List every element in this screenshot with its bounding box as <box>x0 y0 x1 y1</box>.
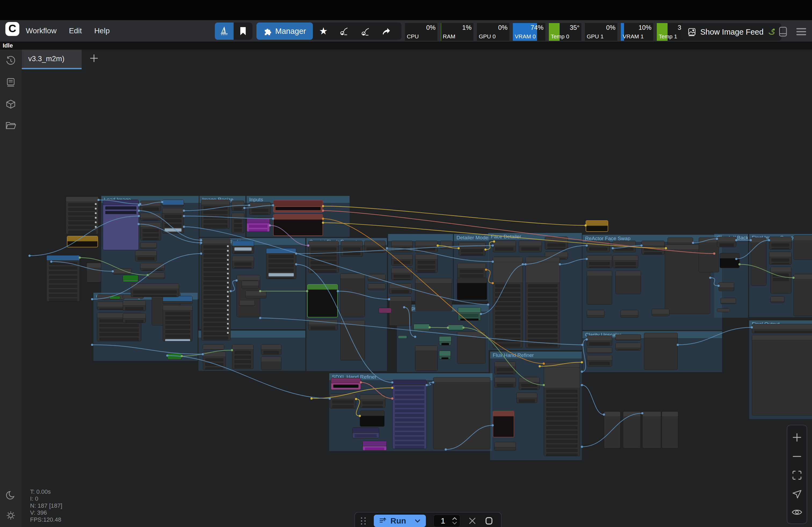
graph-node[interactable] <box>587 255 612 268</box>
graph-node[interactable] <box>239 300 255 306</box>
graph-node[interactable] <box>308 320 338 330</box>
graph-node[interactable] <box>113 268 132 274</box>
graph-node[interactable] <box>448 325 463 331</box>
graph-node[interactable] <box>769 237 792 250</box>
graph-node[interactable] <box>86 263 101 282</box>
graph-node[interactable] <box>525 257 560 348</box>
graph-node[interactable] <box>615 271 641 294</box>
settings-gear-icon[interactable] <box>5 510 16 521</box>
graph-node[interactable] <box>232 256 254 269</box>
graph-node[interactable] <box>459 242 485 256</box>
graph-node[interactable] <box>203 351 226 370</box>
graph-node[interactable] <box>415 346 438 371</box>
graph-node[interactable] <box>352 427 379 438</box>
workflows-folder-icon[interactable] <box>5 120 16 130</box>
graph-node[interactable] <box>769 252 792 265</box>
graph-node[interactable] <box>232 241 254 254</box>
graph-node[interactable] <box>604 411 621 448</box>
graph-node[interactable] <box>794 235 812 260</box>
graph-node[interactable] <box>242 281 259 289</box>
graph-node[interactable] <box>389 296 412 326</box>
graph-node[interactable] <box>770 267 791 293</box>
graph-node[interactable] <box>751 238 766 286</box>
graph-node[interactable] <box>273 214 323 236</box>
graph-node[interactable] <box>587 310 605 318</box>
graph-node[interactable] <box>66 196 99 234</box>
graph-node[interactable] <box>163 296 192 304</box>
graph-node[interactable] <box>364 241 386 253</box>
graph-node[interactable] <box>719 282 734 291</box>
graph-node[interactable] <box>46 255 80 302</box>
graph-node[interactable] <box>340 320 365 360</box>
graph-node[interactable] <box>368 283 386 290</box>
graph-node[interactable] <box>587 335 612 346</box>
graph-node[interactable] <box>140 222 161 240</box>
graph-node[interactable] <box>770 296 784 303</box>
graph-node[interactable] <box>331 378 361 390</box>
graph-node[interactable] <box>457 331 485 364</box>
bottom-panel-toggle[interactable] <box>777 26 789 37</box>
graph-node[interactable] <box>414 324 430 331</box>
graph-node[interactable] <box>140 263 164 271</box>
graph-node[interactable] <box>493 241 516 252</box>
graph-node[interactable] <box>615 334 641 341</box>
graph-node[interactable] <box>642 411 661 448</box>
graph-node[interactable] <box>360 394 385 408</box>
graph-node[interactable] <box>794 274 812 316</box>
graph-node[interactable] <box>389 283 412 294</box>
graph-node[interactable] <box>621 310 638 318</box>
graph-node[interactable] <box>494 361 516 374</box>
menu-edit[interactable]: Edit <box>69 27 82 35</box>
graph-node[interactable] <box>379 308 392 313</box>
graph-node[interactable] <box>360 410 385 427</box>
graph-node[interactable] <box>587 355 612 366</box>
graph-node[interactable] <box>110 296 120 299</box>
graph-node[interactable] <box>261 357 281 370</box>
graph-node[interactable] <box>167 353 182 359</box>
clear-vram-gpu-button[interactable] <box>355 22 376 40</box>
graph-node[interactable] <box>341 241 363 257</box>
graph-node[interactable] <box>148 272 165 279</box>
graph-node[interactable] <box>720 253 740 268</box>
history-icon[interactable] <box>5 56 16 66</box>
graph-node[interactable] <box>440 241 452 249</box>
graph-node[interactable] <box>330 394 356 408</box>
graph-node[interactable] <box>615 343 641 350</box>
new-workflow-tab-button[interactable] <box>89 54 99 63</box>
graph-node[interactable] <box>307 284 338 317</box>
graph-node[interactable] <box>519 377 540 390</box>
share-button[interactable] <box>376 22 396 40</box>
graph-node[interactable] <box>494 442 516 451</box>
zoom-out-icon[interactable] <box>792 451 802 462</box>
graph-node[interactable] <box>415 254 438 273</box>
graph-node[interactable] <box>587 347 612 353</box>
graph-node[interactable] <box>545 237 568 250</box>
graph-node[interactable] <box>391 268 413 280</box>
graph-node[interactable] <box>439 336 451 345</box>
graph-node[interactable] <box>516 393 537 403</box>
graph-node[interactable] <box>391 241 413 252</box>
graph-node[interactable] <box>261 344 281 355</box>
graph-node[interactable] <box>415 241 438 252</box>
graph-node[interactable] <box>131 284 179 297</box>
run-button[interactable]: Run <box>374 515 426 527</box>
graph-node[interactable] <box>398 335 407 338</box>
graph-node[interactable] <box>391 254 413 266</box>
graph-canvas[interactable]: Load ImageImage ResizeInputsSegformer Ma… <box>21 50 812 527</box>
graph-node[interactable] <box>249 202 271 215</box>
graph-node[interactable] <box>439 351 451 359</box>
graph-node[interactable] <box>368 274 386 281</box>
batch-count-stepper[interactable]: 1 <box>433 515 460 527</box>
graph-node[interactable] <box>493 257 523 348</box>
graph-node[interactable] <box>457 278 487 300</box>
model-library-icon[interactable] <box>5 99 16 110</box>
graph-node[interactable] <box>123 300 146 311</box>
graph-node[interactable] <box>662 411 678 448</box>
graph-node[interactable] <box>613 255 638 268</box>
graph-node[interactable] <box>433 377 490 449</box>
graph-node[interactable] <box>308 241 339 273</box>
graph-node[interactable] <box>587 271 612 304</box>
graph-node[interactable] <box>266 248 296 279</box>
clear-vram-button[interactable] <box>334 22 355 40</box>
stepper-chevrons[interactable] <box>452 517 457 525</box>
